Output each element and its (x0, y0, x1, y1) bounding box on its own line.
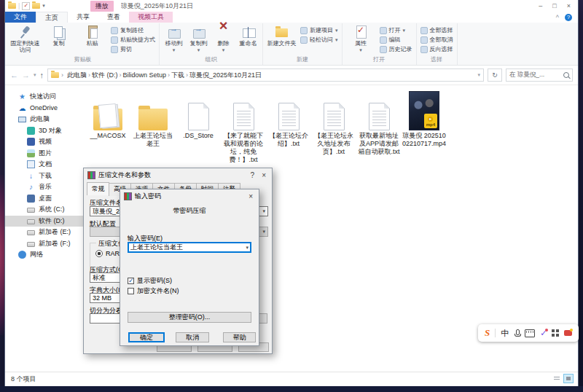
invert-selection-button[interactable]: 反向选择 (419, 44, 455, 54)
rename-button[interactable]: 重命名 (236, 23, 260, 47)
edit-button[interactable]: 编辑 (378, 35, 414, 44)
select-none-button[interactable]: 全部取消 (419, 35, 455, 44)
file-item[interactable]: 上老王论坛当老王 (130, 90, 176, 164)
dialog-help-icon[interactable]: ? (249, 171, 257, 179)
sidebar-item-图片[interactable]: 图片 (5, 148, 84, 160)
sidebar-item-视频[interactable]: 视频 (5, 136, 84, 148)
easy-access-button[interactable]: 轻松访问▾ (299, 35, 340, 44)
file-item[interactable]: 【老王论坛介绍】.txt (266, 90, 311, 164)
thumbnail-view-icon[interactable] (563, 374, 574, 383)
dialog-close-icon[interactable]: × (259, 171, 268, 179)
breadcrumb-segment[interactable]: 下载 (170, 71, 186, 80)
qat-customize-icon[interactable]: ▾ (42, 3, 45, 9)
keyboard-icon[interactable] (525, 329, 535, 337)
file-item[interactable]: mp4琼曼倪 20251002210717.mp4 (402, 90, 447, 164)
tab-共享[interactable]: 共享 (68, 12, 98, 23)
shop-icon[interactable] (564, 330, 572, 336)
encrypt-names-checkbox[interactable]: 加密文件名(N) (128, 286, 179, 296)
up-icon[interactable]: ↑ (40, 71, 44, 79)
maximize-icon[interactable]: □ (552, 2, 556, 9)
chinese-mode-icon[interactable]: 中 (501, 328, 509, 339)
help-button[interactable]: 帮助 (223, 332, 256, 342)
copy-to-button[interactable]: 复制到▾ (187, 23, 211, 53)
sidebar-item-软件 (D:)[interactable]: 软件 (D:) (5, 216, 84, 227)
properties-button[interactable]: 属性▾ (345, 23, 377, 53)
search-input[interactable]: 在 琼曼倪_... (506, 68, 573, 82)
organize-passwords-button[interactable]: 整理密码(O)... (128, 312, 251, 323)
archive-tab-常规[interactable]: 常规 (87, 182, 109, 195)
paste-button[interactable]: 粘贴 (76, 23, 109, 47)
encrypt-names-label: 加密文件名(N) (137, 286, 179, 296)
window-controls: – □ × (539, 2, 575, 9)
sidebar-item-新加卷 (F:)[interactable]: 新加卷 (F:) (5, 238, 84, 250)
tab-文件[interactable]: 文件 (5, 12, 36, 23)
sidebar-item-新加卷 (E:)[interactable]: 新加卷 (E:) (5, 227, 84, 238)
address-box[interactable]: › 此电脑›软件 (D:)›Bilidown Setup›下载›琼曼倪_2025… (47, 68, 484, 82)
new-item-button[interactable]: 新建项目▾ (299, 26, 340, 35)
file-item[interactable]: 获取最新地址及APP请发邮箱自动获取.txt (356, 90, 402, 164)
checkbox-checked-icon (128, 278, 134, 284)
refresh-button[interactable]: ↻ (488, 68, 502, 82)
toolbox-grid-icon[interactable] (552, 329, 559, 337)
sidebar-item-桌面[interactable]: 桌面 (5, 193, 84, 205)
select-all-button[interactable]: 全部选择 (419, 26, 455, 35)
breadcrumb-segment[interactable]: 软件 (D:) (90, 71, 120, 80)
show-password-checkbox[interactable]: 显示密码(S) (128, 276, 172, 286)
file-item[interactable]: __MACOSX (85, 90, 130, 164)
new-folder-qat-icon[interactable] (32, 3, 40, 9)
file-item[interactable]: 【来了就能下载和观看的论坛，纯免费！】.txt (221, 90, 266, 164)
new-folder-button[interactable]: 新建文件夹 (265, 23, 298, 47)
properties-qat-icon[interactable]: ✓ (22, 2, 30, 10)
breadcrumb-segment[interactable]: 此电脑 (66, 71, 88, 80)
file-item[interactable]: .DS_Store (176, 90, 221, 164)
password-input[interactable]: 上老王论坛当老王 ▾ (128, 242, 251, 253)
tab-主页[interactable]: 主页 (36, 12, 68, 23)
folder-with-documents-icon (93, 109, 122, 130)
sidebar-item-OneDrive[interactable]: ☁OneDrive (5, 103, 84, 114)
chevron-down-icon: ▾ (345, 47, 377, 53)
skin-check-icon[interactable]: ✓ (540, 329, 547, 338)
forward-icon[interactable]: → (22, 71, 30, 79)
minimize-icon[interactable]: – (539, 2, 542, 9)
copy-button[interactable]: 复制 (42, 23, 75, 47)
sidebar-item-系统 (C:)[interactable]: 系统 (C:) (5, 204, 84, 216)
voice-icon[interactable] (514, 329, 520, 337)
breadcrumb-segment[interactable]: Bilidown Setup (122, 71, 168, 79)
copy-icon (51, 25, 67, 39)
help-icon[interactable]: ? (565, 14, 572, 21)
sidebar-item-3D 对象[interactable]: 3D 对象 (5, 125, 84, 137)
copy-path-button[interactable]: 复制路径 (109, 26, 157, 35)
history-button[interactable]: 历史记录 (378, 44, 414, 54)
dialog-close-icon[interactable]: × (246, 192, 255, 200)
cut-button[interactable]: 剪切 (109, 44, 157, 54)
breadcrumb-segment[interactable]: 琼曼倪_2025年10月21日 (188, 71, 263, 80)
close-icon[interactable]: × (567, 2, 571, 9)
sidebar-item-此电脑[interactable]: 此电脑 (5, 114, 84, 125)
address-dropdown-icon[interactable]: ▾ (477, 72, 480, 78)
format-rar-radio[interactable]: RAR (95, 250, 120, 257)
back-icon[interactable]: ← (10, 71, 18, 79)
chevron-down-icon: ▾ (162, 47, 186, 53)
paste-shortcut-button[interactable]: 粘贴快捷方式 (109, 35, 157, 44)
delete-button[interactable]: 删除▾ (211, 23, 235, 53)
tab-视频工具[interactable]: 视频工具 (129, 12, 173, 23)
organize-passwords-label: 整理密码(O)... (169, 313, 211, 322)
search-icon (563, 72, 569, 78)
pin-button[interactable]: 固定到快速访问 (9, 23, 42, 53)
tab-查看[interactable]: 查看 (98, 12, 129, 23)
sidebar-item-快速访问[interactable]: ★快速访问 (5, 91, 84, 103)
sogou-logo-icon[interactable]: S (485, 327, 490, 339)
move-to-button[interactable]: 移动到▾ (162, 23, 186, 53)
sidebar-item-文档[interactable]: 文档 (5, 159, 84, 170)
open-button[interactable]: 打开▾ (378, 26, 414, 35)
file-name: 【来了就能下载和观看的论坛，纯免费！】.txt (221, 132, 266, 164)
cancel-button[interactable]: 取消 (176, 332, 209, 342)
details-view-icon[interactable] (552, 374, 562, 383)
sidebar-item-下载[interactable]: ↓下载 (5, 170, 84, 182)
history-dropdown-icon[interactable]: ▾ (34, 72, 36, 78)
file-item[interactable]: 【老王论坛永久地址发布页】.txt (311, 90, 356, 164)
sidebar-item-音乐[interactable]: ♪音乐 (5, 181, 84, 193)
ribbon-collapse-icon[interactable]: ^ (556, 14, 559, 21)
sidebar-item-网络[interactable]: 网络 (5, 249, 84, 261)
ok-button[interactable]: 确定 (128, 332, 165, 342)
